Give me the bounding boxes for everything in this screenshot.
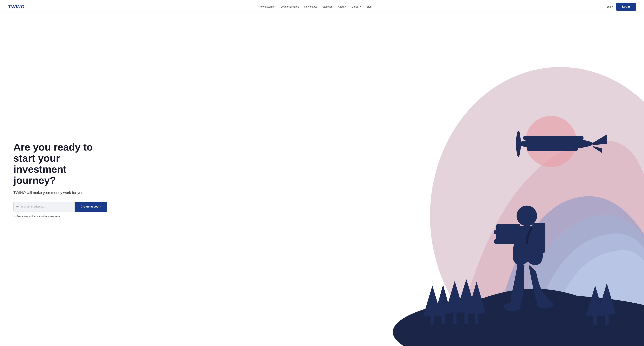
nav-item-how-it-works[interactable]: How it works▾ — [260, 5, 276, 8]
svg-marker-11 — [459, 279, 474, 303]
create-account-button[interactable]: Create account — [75, 202, 107, 212]
svg-point-37 — [504, 303, 521, 311]
nav-item-career[interactable]: Career▾ — [352, 5, 361, 8]
nav-item-real-estate[interactable]: Real estate — [304, 5, 317, 8]
email-input-wrapper: ✉ — [14, 202, 75, 212]
svg-rect-36 — [496, 224, 520, 244]
svg-marker-14 — [470, 282, 484, 306]
svg-point-29 — [516, 131, 521, 157]
svg-marker-8 — [448, 281, 462, 304]
svg-rect-25 — [523, 136, 584, 140]
svg-marker-6 — [435, 289, 452, 314]
svg-rect-22 — [605, 314, 608, 325]
header: TWINO How it works▾Loan originatorsReal … — [0, 0, 644, 13]
nav-item-label: Career — [352, 5, 360, 8]
hero-illustration — [226, 13, 644, 346]
svg-rect-31 — [551, 140, 553, 147]
svg-point-38 — [536, 300, 553, 308]
svg-rect-35 — [532, 223, 546, 228]
svg-marker-15 — [467, 288, 486, 314]
svg-marker-28 — [593, 146, 602, 153]
svg-marker-3 — [423, 290, 442, 316]
lang-chevron-icon: ▾ — [612, 5, 613, 8]
svg-marker-12 — [456, 285, 476, 312]
nav-item-label: About — [338, 5, 344, 8]
svg-rect-30 — [538, 140, 540, 147]
hero-section: Are you ready to start your investment j… — [0, 13, 644, 346]
svg-marker-27 — [593, 134, 607, 145]
svg-rect-7 — [441, 314, 445, 324]
svg-marker-17 — [588, 286, 602, 309]
svg-rect-13 — [464, 312, 468, 324]
svg-rect-19 — [593, 316, 597, 325]
svg-point-24 — [518, 138, 593, 149]
svg-marker-5 — [437, 285, 449, 307]
logo[interactable]: TWINO — [8, 4, 24, 9]
language-selector[interactable]: Eng ▾ — [606, 5, 613, 8]
nav-item-label: How it works — [260, 5, 274, 8]
nav-item-label: Statistics — [322, 5, 332, 8]
login-button[interactable]: Login — [616, 3, 636, 11]
svg-marker-20 — [600, 283, 614, 307]
svg-rect-32 — [564, 140, 566, 147]
nav-item-label: Real estate — [304, 5, 317, 8]
email-input[interactable] — [20, 205, 72, 208]
chevron-down-icon: ▾ — [274, 5, 276, 8]
email-icon: ✉ — [16, 205, 19, 209]
hero-subtitle: TWINO will make your money work for you — [14, 191, 107, 195]
lang-label: Eng — [606, 5, 611, 8]
hero-content: Are you ready to start your investment j… — [0, 132, 121, 228]
chevron-down-icon: ▾ — [360, 5, 361, 8]
svg-point-33 — [516, 206, 537, 226]
svg-marker-2 — [426, 286, 440, 309]
nav-item-loan-originators[interactable]: Loan originators — [281, 5, 299, 8]
svg-rect-34 — [532, 225, 546, 253]
chevron-down-icon: ▾ — [345, 5, 346, 8]
svg-marker-9 — [446, 287, 464, 313]
nav-item-blog[interactable]: Blog — [366, 5, 372, 8]
header-right: Eng ▾ Login — [606, 3, 636, 11]
nav-item-statistics[interactable]: Statistics — [322, 5, 332, 8]
svg-marker-21 — [598, 288, 616, 314]
hero-footnote: No fees • Start with €1 • Passive invest… — [14, 215, 107, 218]
nav-item-label: Blog — [366, 5, 372, 8]
svg-point-23 — [526, 116, 576, 167]
svg-marker-18 — [586, 290, 604, 316]
svg-rect-26 — [527, 147, 578, 151]
email-form: ✉ Create account — [14, 202, 107, 212]
nav-item-about[interactable]: About▾ — [338, 5, 346, 8]
svg-rect-16 — [475, 314, 478, 324]
svg-rect-10 — [453, 313, 456, 324]
hero-title: Are you ready to start your investment j… — [14, 142, 107, 186]
main-nav: How it works▾Loan originatorsReal estate… — [260, 5, 372, 8]
svg-rect-4 — [430, 316, 434, 325]
svg-point-1 — [393, 295, 644, 346]
svg-point-0 — [430, 67, 644, 346]
nav-item-label: Loan originators — [281, 5, 299, 8]
